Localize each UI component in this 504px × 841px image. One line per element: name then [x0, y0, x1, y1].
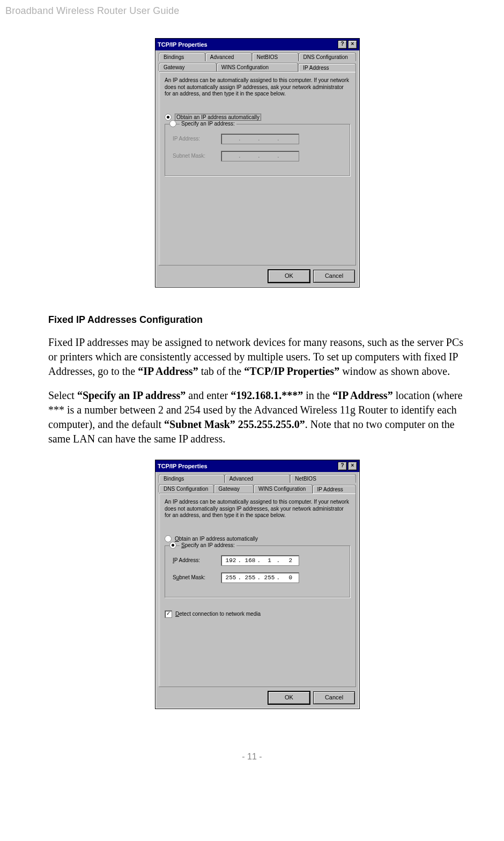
dialog-title: TCP/IP Properties: [158, 41, 207, 48]
tab-wins[interactable]: WINS Configuration: [254, 484, 313, 493]
subnet-input: [221, 151, 299, 161]
subnet-row: Subnet Mask: 255 255 255 0: [173, 572, 342, 583]
paragraph-2: Select “Specify an IP address” and enter…: [48, 388, 466, 446]
ok-button[interactable]: OK: [268, 691, 310, 704]
tab-row-1: Bindings Advanced NetBIOS: [155, 472, 359, 483]
ip-address-input: [221, 134, 299, 144]
button-bar: OK Cancel: [155, 687, 359, 709]
ip-label: IP Address:: [173, 557, 216, 563]
help-icon[interactable]: ?: [338, 40, 347, 49]
titlebar: TCP/IP Properties ? ×: [155, 39, 359, 50]
tab-gateway[interactable]: Gateway: [214, 484, 254, 493]
tab-wins[interactable]: WINS Configuration: [217, 63, 299, 71]
tab-row-2: DNS Configuration Gateway WINS Configura…: [155, 482, 359, 493]
ip-address-input[interactable]: 192 168 1 2: [221, 555, 299, 566]
radio-specify[interactable]: Specify an IP address:: [169, 120, 342, 127]
specify-groupbox: Specify an IP address: IP Address: 192 1…: [165, 545, 350, 597]
radio-label: Obtain an IP address automatically: [175, 114, 261, 121]
ip-address-row: IP Address:: [173, 134, 342, 144]
page-content: TCP/IP Properties ? × Bindings Advanced …: [0, 38, 504, 709]
subnet-row: Subnet Mask:: [173, 151, 342, 161]
tab-advanced[interactable]: Advanced: [225, 474, 291, 483]
cancel-button[interactable]: Cancel: [313, 691, 355, 704]
figure-1: TCP/IP Properties ? × Bindings Advanced …: [48, 38, 466, 287]
radio-specify[interactable]: Specify an IP address:: [169, 542, 342, 549]
tab-panel: An IP address can be automatically assig…: [159, 493, 356, 687]
radio-label: Specify an IP address:: [180, 542, 236, 548]
tab-bindings[interactable]: Bindings: [159, 474, 225, 483]
ip-label: IP Address:: [173, 136, 216, 142]
radio-icon: [169, 542, 176, 549]
help-text: An IP address can be automatically assig…: [165, 499, 350, 519]
ip-octet-2[interactable]: 168: [241, 556, 260, 565]
ip-address-row: IP Address: 192 168 1 2: [173, 555, 342, 566]
titlebar: TCP/IP Properties ? ×: [155, 460, 359, 472]
cancel-button[interactable]: Cancel: [313, 270, 355, 283]
tcpip-dialog-1: TCP/IP Properties ? × Bindings Advanced …: [155, 38, 360, 287]
detect-connection-check[interactable]: ✓ Detect connection to network media: [165, 610, 350, 618]
page-footer: - 11 -: [0, 736, 504, 772]
figure-2: TCP/IP Properties ? × Bindings Advanced …: [48, 460, 466, 709]
subnet-octet-2[interactable]: 255: [241, 573, 260, 582]
tab-netbios[interactable]: NetBIOS: [252, 53, 299, 61]
ip-octet-4[interactable]: 2: [279, 556, 299, 565]
close-icon[interactable]: ×: [348, 40, 357, 49]
paragraph-1: Fixed IP addresses may be assigned to ne…: [48, 335, 466, 379]
section-heading: Fixed IP Addresses Configuration: [48, 314, 466, 326]
ip-octet-1[interactable]: 192: [221, 556, 241, 565]
radio-label: Specify an IP address:: [180, 121, 236, 127]
subnet-octet-4[interactable]: 0: [279, 573, 299, 582]
check-label: Detect connection to network media: [175, 611, 261, 617]
close-icon[interactable]: ×: [348, 462, 357, 470]
tcpip-dialog-2: TCP/IP Properties ? × Bindings Advanced …: [155, 460, 360, 709]
radio-icon: [165, 114, 172, 121]
specify-groupbox: Specify an IP address: IP Address: Subne…: [165, 124, 350, 176]
tab-bindings[interactable]: Bindings: [159, 53, 205, 61]
tab-dns[interactable]: DNS Configuration: [299, 53, 356, 61]
subnet-label: Subnet Mask:: [173, 153, 216, 159]
help-icon[interactable]: ?: [338, 462, 347, 470]
tab-gateway[interactable]: Gateway: [159, 63, 217, 71]
tab-row-2: Gateway WINS Configuration IP Address: [155, 61, 359, 71]
tab-panel: An IP address can be automatically assig…: [159, 71, 356, 265]
tab-netbios[interactable]: NetBIOS: [290, 474, 356, 483]
tab-row-1: Bindings Advanced NetBIOS DNS Configurat…: [155, 50, 359, 61]
subnet-input[interactable]: 255 255 255 0: [221, 572, 299, 583]
tab-ipaddress[interactable]: IP Address: [313, 485, 356, 493]
radio-icon: [169, 120, 176, 127]
tab-ipaddress[interactable]: IP Address: [298, 63, 356, 72]
radio-label: Obtain an IP address automatically: [175, 536, 258, 542]
tab-dns[interactable]: DNS Configuration: [159, 484, 214, 493]
checkbox-icon: ✓: [165, 610, 172, 618]
subnet-label: Subnet Mask:: [173, 574, 216, 580]
ok-button[interactable]: OK: [268, 270, 310, 283]
page-header: Broadband Wireless Router User Guide: [0, 0, 504, 17]
subnet-octet-3[interactable]: 255: [260, 573, 279, 582]
radio-icon: [165, 535, 172, 542]
tab-advanced[interactable]: Advanced: [205, 53, 252, 61]
ip-octet-3[interactable]: 1: [260, 556, 279, 565]
dialog-title: TCP/IP Properties: [158, 463, 207, 469]
button-bar: OK Cancel: [155, 265, 359, 287]
help-text: An IP address can be automatically assig…: [165, 77, 350, 98]
subnet-octet-1[interactable]: 255: [221, 573, 241, 582]
